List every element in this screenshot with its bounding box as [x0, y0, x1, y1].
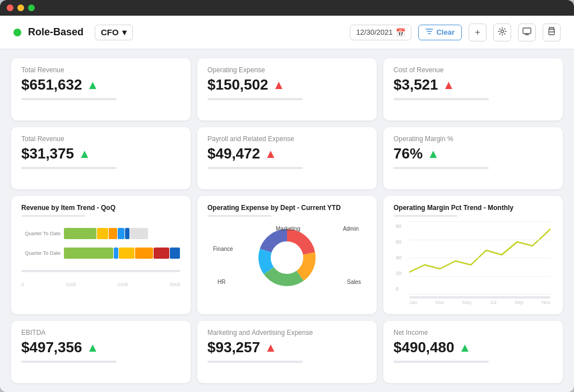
trend-up-icon: ▲ [86, 79, 99, 91]
x-axis-label: Sep [515, 300, 524, 305]
role-dropdown[interactable]: CFO ▾ [95, 25, 133, 40]
filter-icon [425, 28, 433, 37]
svg-point-0 [501, 30, 504, 32]
bar-chart-area: Quarter To Date Quarter To D [21, 221, 180, 294]
settings-button[interactable] [493, 24, 511, 41]
kpi-bar [394, 98, 489, 100]
role-value: CFO [101, 27, 119, 37]
bar-label: Quarter To Date [21, 250, 61, 256]
bar-seg [154, 248, 169, 259]
trend-up-red-icon: ▲ [265, 342, 277, 354]
kpi-bar [207, 98, 303, 100]
kpi-card-cost-of-revenue: Cost of Revenue $3,521 ▲ [383, 58, 563, 120]
kpi-card-total-revenue: Total Revenue $651,632 ▲ [11, 58, 191, 120]
svg-point-3 [553, 30, 554, 31]
kpi-value: $497,356 [21, 339, 82, 356]
x-axis-bar [409, 296, 550, 298]
monitor-button[interactable] [518, 24, 536, 41]
svg-rect-1 [523, 28, 531, 34]
y-axis-label: 60 [396, 239, 407, 245]
kpi-label: EBITDA [21, 329, 180, 337]
chart-title-bar [21, 215, 85, 217]
kpi-value: $490,480 [394, 339, 454, 356]
bar-seg [125, 228, 129, 239]
kpi-card-total-revenue-2: Total Revenue $31,375 ▲ [11, 127, 191, 189]
clear-filter-button[interactable]: Clear [418, 25, 462, 40]
kpi-value: $150,502 [207, 76, 268, 94]
kpi-label: Cost of Revenue [394, 66, 553, 74]
x-axis-label: Mar [436, 300, 445, 305]
kpi-bar [394, 361, 489, 363]
trend-up-icon: ▲ [78, 148, 91, 160]
chart-title: Operating Margin Pct Trend - Monthly [394, 204, 553, 212]
line-chart-area: 80 60 40 20 0 [394, 221, 553, 294]
bar-segments [64, 228, 148, 239]
kpi-value: $31,375 [21, 145, 74, 162]
maximize-dot[interactable] [28, 4, 35, 11]
date-display[interactable]: 12/30/2021 📅 [350, 25, 411, 40]
donut-chart-card: Operating Expense by Dept - Current YTD [197, 196, 377, 314]
kpi-value: $651,632 [21, 76, 82, 94]
add-icon: + [475, 27, 480, 38]
add-button[interactable]: + [469, 24, 487, 41]
calendar-icon: 📅 [396, 28, 405, 37]
bar-label: Quarter To Date [21, 231, 61, 236]
print-icon [547, 27, 556, 38]
kpi-bar [207, 167, 303, 169]
kpi-value: $49,472 [207, 145, 260, 162]
donut-label-marketing: Marketing [276, 226, 300, 232]
logo-dot [13, 29, 21, 36]
bar-seg [119, 248, 135, 259]
trend-up-red-icon: ▲ [272, 79, 285, 91]
bar-seg [135, 248, 153, 259]
close-dot[interactable] [7, 4, 13, 11]
app-title: Role-Based [28, 26, 84, 38]
toolbar: Role-Based CFO ▾ 12/30/2021 📅 Clear + [0, 16, 574, 49]
kpi-label: Operating Expense [207, 66, 367, 74]
chart-title: Operating Expense by Dept - Current YTD [207, 204, 367, 212]
bar-seg [64, 228, 96, 239]
donut-label-sales: Sales [347, 279, 361, 285]
kpi-label: Net Income [394, 329, 553, 337]
kpi-bar [21, 167, 117, 169]
line-chart-card: Operating Margin Pct Trend - Monthly 80 … [383, 196, 563, 314]
x-axis-label: Nov [541, 300, 550, 305]
y-axis-label: 40 [396, 255, 407, 260]
kpi-label: Payroll and Related Expense [207, 135, 367, 143]
chart-row: Revenue by Item Trend - QoQ Quarter To D… [11, 196, 563, 314]
bar-segments [64, 248, 180, 259]
bar-axis [21, 270, 180, 272]
x-axis-label: May [462, 300, 472, 305]
trend-up-icon: ▲ [86, 342, 99, 354]
gear-icon [498, 27, 507, 38]
kpi-top-row: Total Revenue $651,632 ▲ Operating Expen… [11, 58, 563, 120]
kpi-label: Total Revenue [21, 66, 180, 74]
bar-chart-card: Revenue by Item Trend - QoQ Quarter To D… [11, 196, 191, 314]
x-axis-label: Jan [409, 300, 418, 305]
trend-up-icon: ▲ [459, 342, 471, 354]
kpi-card-operating-expense: Operating Expense $150,502 ▲ [197, 58, 377, 120]
donut-label-hr: HR [217, 279, 225, 285]
svg-point-9 [273, 244, 301, 272]
kpi-label: Marketing and Advertising Expense [207, 329, 367, 337]
svg-rect-2 [549, 32, 554, 35]
trend-up-red-icon: ▲ [443, 79, 455, 91]
kpi-value: $93,257 [207, 339, 260, 356]
chart-title: Revenue by Item Trend - QoQ [21, 204, 180, 212]
trend-up-red-icon: ▲ [265, 148, 277, 160]
kpi-bar [21, 98, 117, 100]
print-button[interactable] [543, 24, 561, 41]
chart-title-bar [207, 215, 271, 217]
kpi-label: Operating Margin % [394, 135, 553, 143]
clear-label: Clear [436, 28, 455, 36]
bar-seg [64, 248, 113, 259]
chevron-down-icon: ▾ [122, 27, 127, 38]
minimize-dot[interactable] [17, 4, 24, 11]
y-axis-label: 20 [396, 270, 407, 276]
kpi-card-marketing-expense: Marketing and Advertising Expense $93,25… [197, 321, 377, 383]
kpi-mid-row: Total Revenue $31,375 ▲ Payroll and Rela… [11, 127, 563, 189]
titlebar [0, 0, 574, 16]
y-axis-label: 0 [396, 286, 407, 292]
kpi-card-ebitda: EBITDA $497,356 ▲ [11, 321, 191, 383]
app-window: Role-Based CFO ▾ 12/30/2021 📅 Clear + [0, 0, 574, 392]
